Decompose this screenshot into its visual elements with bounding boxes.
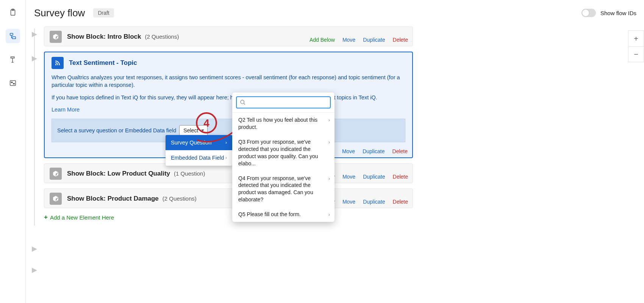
zoom-in-button[interactable]: + — [628, 30, 644, 46]
select-dropdown-menu: Survey Question › Embedded Data Field › — [166, 135, 232, 166]
block-title: Show Block: Intro Block — [67, 33, 141, 40]
selector-label: Select a survey question or Embedded Dat… — [57, 127, 176, 134]
zoom-controls: + − — [628, 30, 644, 62]
duplicate-link[interactable]: Duplicate — [363, 174, 385, 180]
connector-arrow-icon — [32, 32, 37, 37]
zoom-out-button[interactable]: − — [628, 46, 644, 62]
chevron-right-icon: › — [225, 155, 227, 161]
connector-arrow-icon — [32, 246, 37, 252]
question-option-label: Q4 From your response, we've detected th… — [238, 175, 313, 203]
block-cube-icon — [50, 193, 62, 205]
chevron-right-icon: › — [328, 139, 330, 145]
show-flow-ids-label: Show flow IDs — [600, 10, 636, 16]
question-option-label: Q2 Tell us how you feel about this produ… — [238, 117, 317, 130]
question-search-input[interactable] — [248, 99, 327, 105]
duplicate-link[interactable]: Duplicate — [363, 199, 385, 205]
question-option-q4[interactable]: Q4 From your response, we've detected th… — [232, 171, 335, 207]
add-new-element-link[interactable]: + Add a New Element Here — [44, 214, 413, 221]
nav-flow-icon[interactable] — [6, 29, 20, 43]
page-title: Survey flow — [34, 7, 85, 19]
svg-rect-2 — [10, 33, 13, 36]
delete-link[interactable]: Delete — [393, 199, 408, 205]
question-option-label: Q3 From your response, we've detected th… — [238, 139, 318, 166]
block-question-count: (2 Questions) — [145, 33, 179, 40]
flow-canvas: Show Block: Intro Block (2 Questions) Ad… — [34, 27, 413, 221]
add-new-element-label: Add a New Element Here — [50, 214, 114, 221]
flow-block-intro[interactable]: Show Block: Intro Block (2 Questions) Ad… — [44, 27, 413, 46]
svg-rect-4 — [10, 81, 16, 86]
move-link[interactable]: Move — [342, 148, 355, 154]
question-option-label: Q5 Please fill out the form. — [238, 211, 301, 217]
block-title: Show Block: Low Product Quality — [67, 170, 170, 177]
duplicate-link[interactable]: Duplicate — [363, 148, 385, 154]
move-link[interactable]: Move — [342, 174, 355, 180]
svg-point-7 — [55, 64, 56, 65]
question-option-q3[interactable]: Q3 From your response, we've detected th… — [232, 135, 335, 171]
data-source-selector: Select a survey question or Embedded Dat… — [52, 119, 405, 142]
sentiment-rss-icon — [52, 57, 64, 69]
connector-arrow-icon — [32, 56, 37, 61]
dropdown-option-embedded-data[interactable]: Embedded Data Field › — [166, 150, 232, 165]
flow-block-text-sentiment[interactable]: Text Sentiment - Topic When Qualtrics an… — [44, 52, 413, 158]
dropdown-option-survey-question[interactable]: Survey Question › — [166, 135, 232, 150]
nav-theme-icon[interactable] — [6, 52, 20, 67]
chevron-right-icon: › — [328, 212, 330, 218]
status-badge: Draft — [93, 8, 114, 17]
flow-block-low-quality[interactable]: Show Block: Low Product Quality (1 Quest… — [44, 163, 413, 183]
move-link[interactable]: Move — [342, 37, 355, 43]
learn-more-link[interactable]: Learn More — [52, 107, 80, 113]
search-icon — [240, 99, 246, 105]
question-search-field[interactable] — [236, 96, 331, 108]
block-cube-icon — [50, 31, 62, 43]
chevron-right-icon: › — [225, 140, 227, 146]
flow-block-product-damage[interactable]: Show Block: Product Damage (2 Questions)… — [44, 188, 413, 208]
question-option-q2[interactable]: Q2 Tell us how you feel about this produ… — [232, 113, 335, 135]
chevron-right-icon: › — [328, 176, 330, 182]
delete-link[interactable]: Delete — [393, 174, 408, 180]
delete-link[interactable]: Delete — [393, 37, 408, 43]
plus-icon: + — [44, 214, 48, 221]
question-option-q5[interactable]: Q5 Please fill out the form.› — [232, 207, 335, 222]
page-header: Survey flow Draft Show flow IDs — [34, 5, 636, 21]
nav-clipboard-icon[interactable] — [6, 5, 20, 20]
block-question-count: (2 Questions) — [163, 195, 197, 202]
chevron-right-icon: › — [328, 117, 330, 123]
show-flow-ids-toggle[interactable] — [581, 9, 596, 17]
delete-link[interactable]: Delete — [392, 148, 408, 154]
add-below-link[interactable]: Add Below — [309, 37, 335, 43]
left-nav-rail — [0, 0, 26, 303]
dropdown-option-label: Survey Question — [171, 139, 211, 146]
block-cube-icon — [50, 168, 62, 180]
svg-rect-3 — [12, 37, 16, 39]
select-dropdown-button[interactable]: Select — [179, 125, 208, 136]
move-link[interactable]: Move — [342, 199, 355, 205]
dropdown-option-label: Embedded Data Field — [171, 154, 224, 162]
nav-options-icon[interactable] — [6, 76, 20, 90]
duplicate-link[interactable]: Duplicate — [363, 37, 385, 43]
sentiment-block-title: Text Sentiment - Topic — [69, 59, 137, 67]
sentiment-description-1: When Qualtrics analyzes your text respon… — [52, 74, 405, 89]
connector-arrow-icon — [32, 268, 37, 273]
question-picker-popover: Q2 Tell us how you feel about this produ… — [232, 93, 335, 222]
block-title: Show Block: Product Damage — [67, 195, 159, 202]
sentiment-description-2: If you have topics defined in Text iQ fo… — [52, 94, 405, 101]
block-question-count: (1 Question) — [174, 170, 205, 177]
